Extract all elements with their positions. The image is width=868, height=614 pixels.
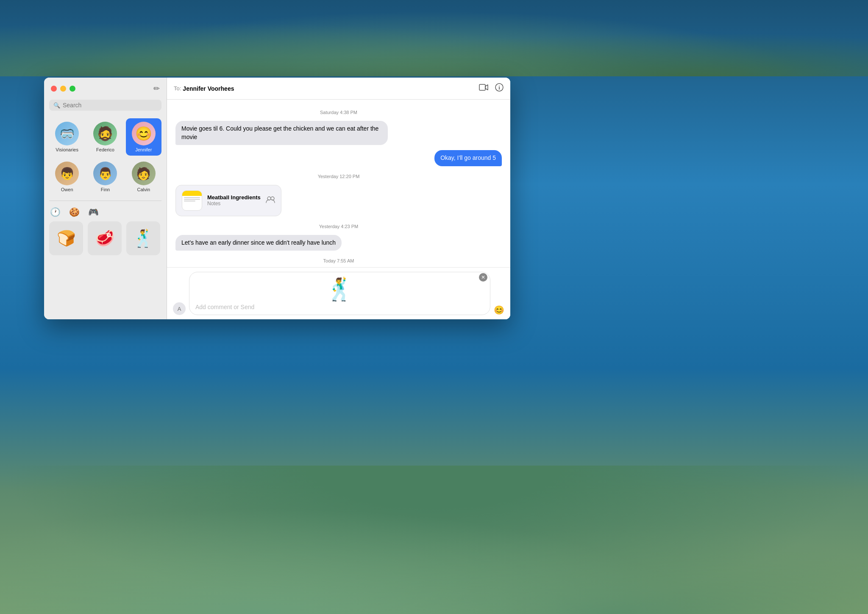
minimize-button[interactable] xyxy=(60,86,66,92)
note-info: Meatball Ingredients Notes xyxy=(207,194,261,207)
avatar-owen: 👦 xyxy=(55,162,79,185)
contact-item-owen[interactable]: 👦 Owen xyxy=(49,158,85,195)
avatar-finn: 👨 xyxy=(93,162,117,185)
chat-area: To: Jennifer Voorhees i Saturda xyxy=(167,78,510,319)
search-bar[interactable]: 🔍 xyxy=(49,100,161,111)
note-icon xyxy=(182,190,202,211)
input-placeholder: Add comment or Send xyxy=(195,304,484,310)
contact-name-jennifer: Jennifer xyxy=(135,147,152,152)
message-row: Movie goes til 6. Could you please get t… xyxy=(175,121,502,145)
emoji-button[interactable]: 😊 xyxy=(494,305,504,315)
messages-app-window: ✏ 🔍 🥽 Visionaries 🧔 Federico 😊 Jennifer xyxy=(44,78,510,319)
note-icon-top xyxy=(182,191,202,196)
avatar-jennifer: 😊 xyxy=(132,122,156,145)
timestamp-saturday: Saturday 4:38 PM xyxy=(175,110,502,115)
sticker-tabs: 🕐 🍪 🎮 xyxy=(49,206,161,218)
search-input[interactable] xyxy=(63,102,157,109)
note-line xyxy=(184,201,195,201)
contact-name-owen: Owen xyxy=(61,187,73,192)
sidebar: ✏ 🔍 🥽 Visionaries 🧔 Federico 😊 Jennifer xyxy=(44,78,167,319)
message-bubble-sent: Okay, I'll go around 5 xyxy=(434,150,502,166)
timestamp-today: Today 7:55 AM xyxy=(175,258,502,263)
maximize-button[interactable] xyxy=(70,86,75,92)
sticker-item-bread[interactable]: 🍞 xyxy=(49,221,83,255)
sticker-item-dancer[interactable]: 🕺 xyxy=(126,221,160,255)
search-icon: 🔍 xyxy=(53,102,60,109)
contact-name-federico: Federico xyxy=(96,147,114,152)
note-subtitle: Notes xyxy=(207,201,261,207)
sticker-in-input: 🕺 ✕ xyxy=(195,276,484,302)
contact-item-calvin[interactable]: 🧑 Calvin xyxy=(126,158,161,195)
note-share-card[interactable]: Meatball Ingredients Notes xyxy=(175,185,281,216)
contact-name-visionaries: Visionaries xyxy=(56,147,78,152)
note-line xyxy=(184,197,200,198)
info-icon[interactable]: i xyxy=(495,83,504,94)
contact-item-finn[interactable]: 👨 Finn xyxy=(87,158,123,195)
avatar-federico: 🧔 xyxy=(93,122,117,145)
remove-sticker-button[interactable]: ✕ xyxy=(479,273,487,282)
avatar-visionaries: 🥽 xyxy=(55,122,79,145)
timestamp-yesterday-1220: Yesterday 12:20 PM xyxy=(175,174,502,179)
sticker-dancer: 🕺 xyxy=(326,276,353,302)
contact-name-finn: Finn xyxy=(101,187,110,192)
message-row: Let's have an early dinner since we didn… xyxy=(175,235,502,251)
coral-top xyxy=(0,0,868,76)
compose-button[interactable]: ✏ xyxy=(153,84,160,93)
timestamp-yesterday-423: Yesterday 4:23 PM xyxy=(175,224,502,229)
avatar-calvin: 🧑 xyxy=(132,162,156,185)
note-icon-lines xyxy=(182,196,202,210)
collaboration-icon xyxy=(266,195,275,205)
sticker-tab-food[interactable]: 🍪 xyxy=(68,206,81,218)
note-title: Meatball Ingredients xyxy=(207,194,261,201)
sticker-section: 🕐 🍪 🎮 🍞 🥩 🕺 xyxy=(44,203,167,259)
messages-area[interactable]: Saturday 4:38 PM Movie goes til 6. Could… xyxy=(167,100,510,267)
recipient-name: Jennifer Voorhees xyxy=(183,85,234,92)
contacts-grid: 🥽 Visionaries 🧔 Federico 😊 Jennifer 👦 Ow… xyxy=(44,115,167,199)
divider xyxy=(49,201,161,201)
message-bubble-received-2: Let's have an early dinner since we didn… xyxy=(175,235,342,251)
note-line xyxy=(184,199,200,200)
video-call-icon[interactable] xyxy=(479,84,488,93)
svg-rect-0 xyxy=(479,84,485,90)
message-row: Okay, I'll go around 5 xyxy=(175,150,502,166)
sticker-tab-game[interactable]: 🎮 xyxy=(87,206,100,218)
contact-item-visionaries[interactable]: 🥽 Visionaries xyxy=(49,118,85,156)
close-button[interactable] xyxy=(51,86,57,92)
svg-text:i: i xyxy=(498,85,500,91)
message-bubble-received: Movie goes til 6. Could you please get t… xyxy=(175,121,388,145)
chat-input-area: A 🕺 ✕ Add comment or Send 😊 xyxy=(167,267,510,319)
coral-bottom xyxy=(0,466,868,614)
contact-item-federico[interactable]: 🧔 Federico xyxy=(87,118,123,156)
to-label: To: xyxy=(174,85,181,92)
sidebar-titlebar: ✏ xyxy=(44,78,167,100)
message-row-note-share: Meatball Ingredients Notes xyxy=(175,185,502,216)
sticker-tab-recent[interactable]: 🕐 xyxy=(49,206,61,218)
traffic-lights xyxy=(51,86,75,92)
chat-header: To: Jennifer Voorhees i xyxy=(167,78,510,100)
contact-item-jennifer[interactable]: 😊 Jennifer xyxy=(126,118,161,156)
ai-button[interactable]: A xyxy=(173,302,186,315)
message-input-box[interactable]: 🕺 ✕ Add comment or Send xyxy=(189,272,490,315)
sticker-grid: 🍞 🥩 🕺 xyxy=(49,221,161,255)
sticker-item-meat[interactable]: 🥩 xyxy=(88,221,122,255)
contact-name-calvin: Calvin xyxy=(137,187,150,192)
chat-header-icons: i xyxy=(479,83,504,94)
